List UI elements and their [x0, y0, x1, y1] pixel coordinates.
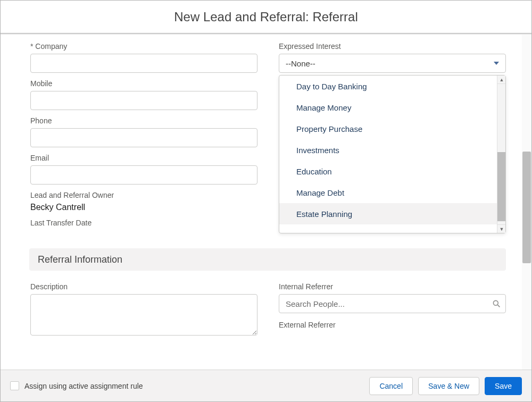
- section-title: Referral Information: [38, 254, 122, 265]
- dropdown-scrollbar[interactable]: ▲ ▼: [497, 76, 505, 233]
- svg-line-1: [497, 305, 500, 307]
- assign-rule-checkbox[interactable]: [10, 381, 19, 390]
- svg-point-0: [493, 300, 498, 305]
- company-label: Company: [30, 42, 257, 51]
- scroll-down-icon[interactable]: ▼: [497, 224, 505, 233]
- internal-referrer-input[interactable]: [279, 294, 506, 313]
- modal-title: New Lead and Referral: Referral: [174, 10, 358, 24]
- option-investments[interactable]: Investments: [279, 139, 505, 161]
- modal-footer: Assign using active assignment rule Canc…: [1, 370, 531, 401]
- transfer-date-label: Last Transfer Date: [30, 219, 257, 227]
- owner-value: Becky Cantrell: [30, 203, 257, 212]
- scroll-up-icon[interactable]: ▲: [497, 76, 505, 84]
- chevron-down-icon: [494, 62, 499, 65]
- right-column: Expressed Interest --None-- Day to Day B…: [279, 42, 506, 233]
- mobile-input[interactable]: [30, 91, 257, 110]
- external-referrer-label: External Referrer: [279, 321, 506, 329]
- page-scrollbar[interactable]: [522, 35, 531, 370]
- option-property-purchase[interactable]: Property Purchase: [279, 118, 505, 139]
- option-estate-planning[interactable]: Estate Planning: [279, 203, 505, 224]
- phone-label: Phone: [30, 116, 257, 125]
- expressed-interest-selected: --None--: [286, 59, 315, 68]
- expressed-interest-label: Expressed Interest: [279, 42, 506, 51]
- assign-rule-label: Assign using active assignment rule: [24, 382, 143, 390]
- internal-referrer-label: Internal Referrer: [279, 282, 506, 291]
- modal-body: Company Mobile Phone Email: [1, 34, 531, 370]
- option-manage-debt[interactable]: Manage Debt: [279, 182, 505, 203]
- option-manage-money[interactable]: Manage Money: [279, 97, 505, 118]
- mobile-label: Mobile: [30, 79, 257, 88]
- search-icon: [492, 299, 501, 308]
- save-button[interactable]: Save: [485, 377, 522, 395]
- form-content: Company Mobile Phone Email: [1, 35, 522, 370]
- company-input[interactable]: [30, 54, 257, 73]
- email-label: Email: [30, 154, 257, 162]
- description-textarea[interactable]: [30, 294, 257, 336]
- expressed-interest-dropdown: Day to Day Banking Manage Money Property…: [279, 75, 506, 233]
- description-label: Description: [30, 282, 257, 291]
- modal-window: New Lead and Referral: Referral Company …: [0, 0, 532, 402]
- dropdown-scroll-thumb[interactable]: [497, 152, 505, 221]
- save-and-new-button[interactable]: Save & New: [418, 377, 479, 395]
- option-day-to-day-banking[interactable]: Day to Day Banking: [279, 76, 505, 97]
- section-referral-information: Referral Information: [29, 248, 506, 271]
- option-education[interactable]: Education: [279, 161, 505, 182]
- modal-titlebar: New Lead and Referral: Referral: [1, 1, 531, 34]
- cancel-button[interactable]: Cancel: [369, 377, 413, 395]
- page-scroll-thumb[interactable]: [522, 152, 531, 263]
- owner-label: Lead and Referral Owner: [30, 191, 257, 199]
- email-input[interactable]: [30, 165, 257, 185]
- left-column: Company Mobile Phone Email: [30, 42, 257, 233]
- phone-input[interactable]: [30, 128, 257, 147]
- expressed-interest-combobox[interactable]: --None-- Day to Day Banking Manage Money…: [279, 54, 506, 73]
